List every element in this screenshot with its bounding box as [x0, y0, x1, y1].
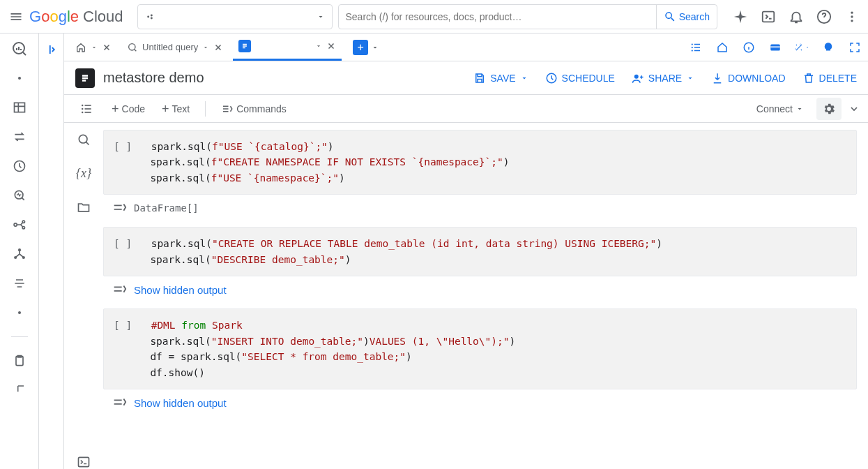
close-icon[interactable]	[213, 43, 223, 52]
svg-rect-10	[14, 103, 24, 112]
schedule-button[interactable]: SCHEDULE	[545, 72, 615, 84]
wand-icon[interactable]	[794, 40, 809, 55]
svg-point-33	[82, 104, 84, 106]
commands-button[interactable]: Commands	[215, 100, 292, 118]
svg-point-21	[129, 43, 135, 50]
svg-rect-36	[85, 108, 91, 110]
expand-icon[interactable]	[11, 382, 28, 399]
project-selector[interactable]	[137, 4, 333, 29]
svg-rect-34	[85, 105, 91, 106]
bigquery-icon[interactable]	[11, 40, 28, 57]
search-button[interactable]: Search	[656, 5, 710, 29]
list-icon[interactable]	[688, 40, 703, 55]
toc-icon[interactable]	[79, 102, 93, 116]
svg-point-0	[147, 15, 149, 17]
svg-point-15	[22, 227, 24, 229]
svg-point-39	[79, 135, 87, 143]
gemini-icon[interactable]	[733, 9, 748, 24]
svg-point-5	[851, 11, 853, 13]
collapse-panel-button[interactable]	[45, 43, 58, 469]
svg-point-1	[150, 14, 152, 16]
info-icon[interactable]	[741, 40, 756, 55]
svg-point-24	[692, 46, 693, 47]
lineage-icon[interactable]	[11, 246, 28, 262]
delete-button[interactable]: DELETE	[802, 72, 857, 84]
search-box[interactable]: Search	[338, 4, 718, 29]
add-text-button[interactable]: +Text	[156, 100, 195, 118]
align-icon[interactable]	[11, 275, 28, 292]
svg-point-13	[14, 223, 17, 226]
dataflow-icon[interactable]	[11, 216, 28, 233]
home-icon[interactable]	[715, 40, 730, 55]
dot-icon[interactable]	[11, 70, 28, 87]
transfer-icon[interactable]	[11, 128, 28, 145]
cell-output-toggle[interactable]: Show hidden output	[103, 389, 857, 412]
svg-point-37	[82, 111, 84, 113]
notebook-icon	[75, 68, 95, 88]
code-cell[interactable]: [ ] #DML from Spark spark.sql("INSERT IN…	[103, 308, 857, 412]
svg-rect-27	[694, 50, 700, 51]
svg-rect-38	[85, 112, 91, 113]
terminal-icon[interactable]	[77, 455, 91, 469]
notebook-doc-icon	[238, 40, 251, 52]
notifications-icon[interactable]	[789, 9, 804, 24]
svg-point-14	[22, 221, 24, 223]
chevron-down-icon[interactable]	[848, 103, 860, 114]
svg-point-6	[851, 15, 853, 17]
svg-point-26	[692, 50, 693, 51]
download-button[interactable]: DOWNLOAD	[711, 72, 785, 84]
svg-point-16	[17, 248, 20, 251]
svg-point-9	[18, 77, 21, 80]
code-cell[interactable]: [ ] spark.sql(f"USE `{catalog}`;") spark…	[103, 130, 857, 217]
clipboard-icon[interactable]	[11, 352, 28, 369]
settings-button[interactable]	[816, 98, 842, 120]
svg-rect-40	[79, 457, 89, 466]
card-icon[interactable]	[768, 40, 783, 55]
new-tab-button[interactable]: +	[353, 40, 368, 55]
cell-output-toggle: DataFrame[]	[103, 195, 857, 217]
search-icon	[664, 10, 676, 23]
files-icon[interactable]	[77, 200, 91, 214]
svg-rect-23	[694, 43, 700, 45]
cell-output-toggle[interactable]: Show hidden output	[103, 276, 857, 299]
find-icon[interactable]	[77, 133, 91, 147]
svg-point-7	[851, 20, 853, 22]
close-icon[interactable]	[326, 41, 336, 51]
document-title[interactable]: metastore demo	[103, 70, 204, 86]
share-button[interactable]: SHARE	[632, 72, 694, 84]
schedule-icon[interactable]	[11, 158, 28, 174]
new-tab-caret[interactable]	[371, 43, 379, 52]
connect-button[interactable]: Connect	[751, 100, 809, 117]
cloud-label: Cloud	[83, 8, 123, 26]
more-icon[interactable]	[844, 9, 860, 24]
tab-untitled-query[interactable]: Untitled query	[121, 34, 229, 61]
menu-icon[interactable]	[8, 9, 24, 24]
tab-home[interactable]	[70, 34, 117, 61]
left-rail	[0, 34, 39, 469]
table-icon[interactable]	[11, 99, 28, 116]
tab-notebook[interactable]	[233, 34, 342, 61]
monitor-icon[interactable]	[11, 187, 28, 204]
variables-icon[interactable]: {x}	[76, 166, 91, 181]
close-icon[interactable]	[102, 43, 112, 52]
caret-down-icon	[317, 13, 325, 21]
add-code-button[interactable]: +Code	[106, 100, 151, 118]
search-input[interactable]	[346, 11, 656, 22]
code-cell[interactable]: [ ] spark.sql("CREATE OR REPLACE TABLE d…	[103, 227, 857, 299]
svg-point-19	[18, 311, 21, 314]
cloud-shell-icon[interactable]	[761, 9, 776, 24]
svg-rect-25	[694, 47, 700, 48]
svg-rect-30	[770, 46, 780, 47]
svg-point-2	[150, 17, 152, 19]
svg-point-32	[634, 74, 639, 78]
svg-point-35	[82, 107, 84, 110]
svg-point-22	[692, 43, 693, 45]
help-icon[interactable]	[816, 9, 832, 24]
dot2-icon[interactable]	[11, 304, 28, 321]
google-cloud-logo[interactable]: Google Cloud	[29, 8, 123, 26]
save-button[interactable]: SAVE	[473, 72, 528, 84]
fullscreen-icon[interactable]	[847, 40, 862, 55]
lightbulb-icon[interactable]	[821, 40, 836, 55]
